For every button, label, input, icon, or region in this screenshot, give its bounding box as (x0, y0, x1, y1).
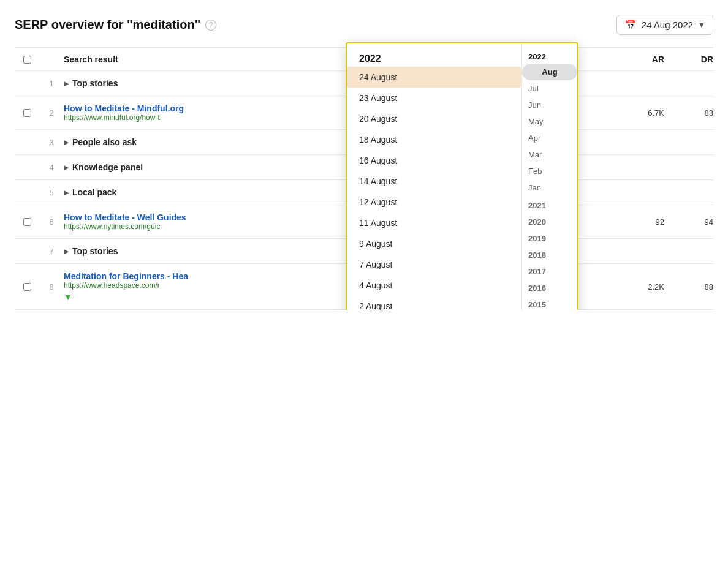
year-label-2021[interactable]: 2021 (522, 196, 577, 213)
date-item[interactable]: 23 August (347, 88, 521, 108)
col-header-dr: DR (664, 55, 713, 64)
year-label-2020[interactable]: 2020 (522, 213, 577, 229)
date-label: 24 Aug 2022 (642, 20, 693, 30)
row-num: 5 (39, 188, 64, 197)
link-title[interactable]: How to Meditate - Well Guides (64, 213, 309, 222)
year-label-2019[interactable]: 2019 (522, 229, 577, 246)
month-item-aug[interactable]: Aug (522, 64, 577, 80)
select-all-checkbox[interactable] (23, 56, 31, 64)
row-check (15, 283, 39, 291)
month-item-jul[interactable]: Jul (522, 80, 577, 97)
dropdown-months-panel: 2022 Aug Jul Jun May Apr Mar Feb Jan 202… (522, 43, 577, 310)
row-checkbox[interactable] (23, 109, 31, 117)
triangle-icon[interactable]: ▶ (64, 164, 69, 171)
triangle-icon[interactable]: ▶ (64, 189, 69, 196)
date-item[interactable]: 18 August (347, 129, 521, 150)
month-item-jan[interactable]: Jan (522, 179, 577, 196)
row-ar: 6.7K (615, 108, 664, 118)
date-picker-button[interactable]: 📅 24 Aug 2022 ▼ (616, 15, 713, 35)
row-checkbox[interactable] (23, 218, 31, 226)
month-item-may[interactable]: May (522, 113, 577, 130)
link-title[interactable]: How to Meditate - Mindful.org (64, 103, 309, 113)
year-label-2017[interactable]: 2017 (522, 262, 577, 279)
col-header-ar: AR (615, 55, 664, 64)
row-num: 1 (39, 79, 64, 88)
triangle-icon[interactable]: ▶ (64, 80, 69, 87)
date-item[interactable]: 14 August (347, 171, 521, 192)
link-url[interactable]: https://www.mindful.org/how-t (64, 113, 309, 122)
date-item[interactable]: 11 August (347, 213, 521, 233)
date-item[interactable]: 12 August (347, 192, 521, 213)
row-dr: 83 (664, 108, 713, 118)
row-num: 6 (39, 217, 64, 227)
date-item[interactable]: 9 August (347, 233, 521, 254)
chevron-down-icon: ▼ (698, 21, 705, 29)
header-left: SERP overview for "meditation" ? (15, 18, 216, 32)
year-label-2018[interactable]: 2018 (522, 246, 577, 262)
row-ar: 92 (615, 217, 664, 227)
month-item-feb[interactable]: Feb (522, 163, 577, 179)
row-ar: 2.2K (615, 282, 664, 292)
date-item[interactable]: 20 August (347, 108, 521, 129)
date-item[interactable]: 7 August (347, 254, 521, 275)
page-title: SERP overview for "meditation" (15, 18, 200, 32)
year-label-2016[interactable]: 2016 (522, 279, 577, 295)
calendar-icon: 📅 (624, 19, 637, 31)
row-num: 7 (39, 247, 64, 256)
dropdown-dates-panel: 2022 24 August 23 August 20 August 18 Au… (347, 43, 522, 310)
row-dr: 88 (664, 282, 713, 292)
row-num: 8 (39, 282, 64, 292)
row-check (15, 109, 39, 117)
row-num: 4 (39, 163, 64, 172)
row-checkbox[interactable] (23, 283, 31, 291)
link-title[interactable]: Meditation for Beginners - Hea (64, 271, 309, 281)
month-item-apr[interactable]: Apr (522, 130, 577, 146)
year-label-2015[interactable]: 2015 (522, 295, 577, 310)
month-item-jun[interactable]: Jun (522, 97, 577, 113)
triangle-icon[interactable]: ▶ (64, 139, 69, 146)
date-dropdown: 2022 24 August 23 August 20 August 18 Au… (346, 42, 578, 310)
triangle-icon[interactable]: ▶ (64, 248, 69, 255)
date-item-selected[interactable]: 24 August (347, 67, 521, 88)
date-item[interactable]: 16 August (347, 150, 521, 171)
link-url[interactable]: https://www.headspace.com/r (64, 281, 309, 290)
date-item[interactable]: 2 August (347, 296, 521, 310)
row-num: 2 (39, 108, 64, 118)
months-year-label: 2022 (522, 48, 577, 64)
date-item[interactable]: 4 August (347, 275, 521, 296)
help-icon[interactable]: ? (205, 20, 216, 31)
page-container: SERP overview for "meditation" ? 📅 24 Au… (0, 0, 728, 310)
col-header-check (15, 56, 39, 64)
month-item-mar[interactable]: Mar (522, 146, 577, 163)
table-wrapper: Search result AR DR 1 ▶ Top stories 2 Ho… (15, 47, 713, 310)
header: SERP overview for "meditation" ? 📅 24 Au… (15, 15, 713, 35)
row-check (15, 218, 39, 226)
row-dr: 94 (664, 217, 713, 227)
row-num: 3 (39, 138, 64, 147)
dropdown-year-label: 2022 (347, 48, 521, 67)
link-url[interactable]: https://www.nytimes.com/guic (64, 222, 309, 231)
